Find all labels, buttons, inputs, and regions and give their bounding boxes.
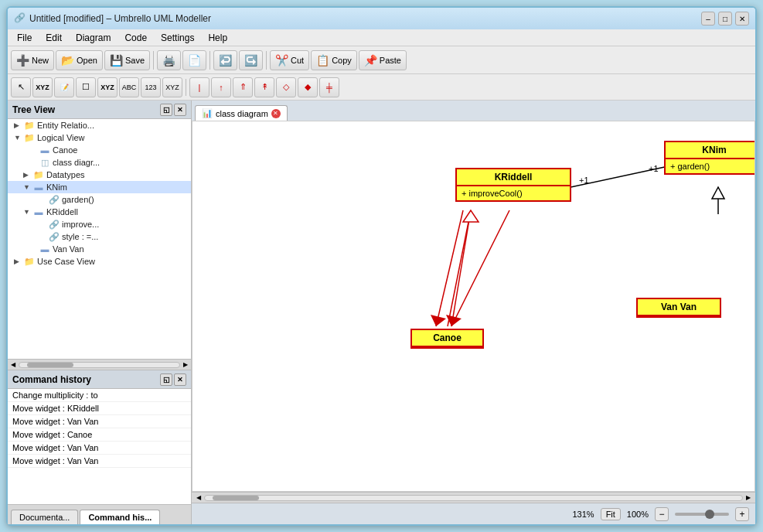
tab-documentation[interactable]: Documenta... [11, 510, 78, 524]
tree-view[interactable]: ▶ 📁 Entity Relatio... ▼ 📁 Logical View ▬… [8, 119, 191, 359]
text-tool-2[interactable]: 📝 [54, 77, 74, 97]
attr-icon: 🔗 [48, 231, 60, 242]
menu-code[interactable]: Code [118, 31, 153, 45]
save-button[interactable]: 💾 Save [104, 50, 150, 70]
scrollbar-thumb[interactable] [213, 496, 259, 500]
list-item[interactable]: 🔗 garden() [8, 193, 191, 206]
method-icon: 🔗 [48, 219, 60, 230]
folder-icon: 📁 [32, 169, 45, 180]
command-history-list[interactable]: Change multiplicity : to Move widget : K… [8, 389, 191, 504]
copy-button[interactable]: 📋 Copy [311, 50, 357, 70]
tree-node-label: class diagr... [53, 158, 100, 167]
new-button[interactable]: ➕ New [11, 50, 54, 70]
xyz-tool[interactable]: XYZ [162, 77, 182, 97]
cut-button[interactable]: ✂️ Cut [270, 50, 309, 70]
open-button[interactable]: 📂 Open [56, 50, 103, 70]
tree-h-scrollbar[interactable]: ◀ ▶ [8, 359, 191, 370]
text-tool-3[interactable]: XYZ [97, 77, 118, 97]
diamond2-tool[interactable]: ◆ [298, 77, 318, 97]
uml-class-title: Van Van [638, 299, 720, 316]
cmd-close-button[interactable]: ✕ [174, 373, 186, 386]
scroll-left-arrow[interactable]: ◀ [8, 360, 19, 370]
arrow-up3-tool[interactable]: ↟ [254, 77, 274, 97]
main-window: 🔗 Untitled [modified] – Umbrello UML Mod… [6, 6, 757, 526]
uml-class-title: Canoe [412, 330, 482, 347]
minimize-button[interactable]: – [701, 12, 715, 26]
diagram-tab-label: class diagram [216, 109, 268, 118]
menu-help[interactable]: Help [202, 31, 233, 45]
scrollbar-thumb[interactable] [27, 363, 73, 367]
list-item[interactable]: ▼ ▬ KNim [8, 181, 191, 193]
svg-text:+1: +1 [579, 176, 589, 185]
list-item[interactable]: ▶ 📁 Use Case View [8, 255, 191, 268]
menu-file[interactable]: File [11, 31, 38, 45]
scroll-right-arrow[interactable]: ▶ [743, 493, 754, 503]
diagram-close-button[interactable]: ✕ [271, 109, 281, 118]
list-item[interactable]: 🔗 style : =... [8, 230, 191, 243]
redo-button[interactable]: ↪️ [239, 50, 263, 70]
rect-tool[interactable]: ☐ [76, 77, 96, 97]
print-button[interactable]: 🖨️ [157, 50, 181, 70]
undo-button[interactable]: ↩️ [213, 50, 237, 70]
list-item[interactable]: ▶ 📁 Entity Relatio... [8, 119, 191, 131]
tree-node-label: Datatypes [46, 170, 85, 179]
zoom-thumb[interactable] [705, 510, 714, 519]
text-tool-1[interactable]: XYZ [32, 77, 53, 97]
uml-class-canoe[interactable]: Canoe [410, 329, 484, 349]
tree-node-label: KNim [46, 182, 67, 192]
list-item[interactable]: ▬ Van Van [8, 243, 191, 255]
left-panel: Tree View ◱ ✕ ▶ 📁 Entity Relatio... ▼ � [8, 101, 192, 524]
print2-button[interactable]: 📄 [182, 50, 206, 70]
fit-button[interactable]: Fit [601, 508, 621, 520]
tree-node-label: Entity Relatio... [37, 121, 94, 130]
tree-node-label: garden() [62, 195, 94, 204]
list-item[interactable]: ◫ class diagr... [8, 156, 191, 169]
menu-bar: File Edit Diagram Code Settings Help [8, 29, 755, 46]
bar-tool[interactable]: ╪ [319, 77, 339, 97]
scroll-right-arrow[interactable]: ▶ [180, 360, 191, 370]
svg-text:+1: +1 [649, 164, 659, 173]
diagram-tab-icon: 📊 [202, 108, 213, 118]
maximize-button[interactable]: □ [718, 12, 732, 26]
arrow-up2-tool[interactable]: ⇑ [233, 77, 253, 97]
toolbar-sep-3 [266, 51, 267, 70]
diagram-h-scrollbar[interactable]: ◀ ▶ [192, 492, 755, 503]
close-button[interactable]: ✕ [735, 12, 749, 26]
folder-icon: 📁 [23, 132, 36, 143]
uml-class-knim[interactable]: KNim + garden() [664, 141, 755, 175]
uml-class-body: + garden() [666, 159, 755, 173]
tab-command-history[interactable]: Command his... [80, 510, 160, 524]
window-title: Untitled [modified] – Umbrello UML Model… [29, 13, 211, 24]
diagram-canvas[interactable]: +1 +1 [192, 121, 755, 492]
zoom-in-button[interactable]: + [735, 507, 749, 521]
zoom-out-button[interactable]: − [655, 507, 669, 521]
num-tool[interactable]: 123 [141, 77, 161, 97]
svg-marker-4 [712, 187, 724, 199]
list-item[interactable]: ▶ 📁 Datatypes [8, 169, 191, 181]
tab-class-diagram[interactable]: 📊 class diagram ✕ [195, 105, 288, 121]
list-item[interactable]: ▼ 📁 Logical View [8, 131, 191, 144]
menu-settings[interactable]: Settings [155, 31, 200, 45]
scrollbar-track[interactable] [204, 495, 743, 501]
tree-float-button[interactable]: ◱ [160, 104, 172, 116]
select-tool[interactable]: ↖ [11, 77, 31, 97]
list-item[interactable]: 🔗 improve... [8, 218, 191, 230]
arrow-up-tool[interactable]: ↑ [211, 77, 231, 97]
zoom-slider[interactable] [675, 513, 729, 516]
text-tool-4[interactable]: ABC [119, 77, 139, 97]
menu-diagram[interactable]: Diagram [70, 31, 117, 45]
tool-row: ↖ XYZ 📝 ☐ XYZ ABC 123 XYZ | ↑ ⇑ ↟ ◇ ◆ ╪ [8, 74, 755, 101]
uml-class-kriddell[interactable]: KRiddell + improveCool() [455, 168, 571, 202]
menu-edit[interactable]: Edit [39, 31, 68, 45]
diamond-tool[interactable]: ◇ [276, 77, 296, 97]
scroll-left-arrow[interactable]: ◀ [193, 493, 204, 503]
cmd-float-button[interactable]: ◱ [160, 373, 172, 386]
list-item[interactable]: ▬ Canoe [8, 144, 191, 156]
list-item[interactable]: ▼ ▬ KRiddell [8, 206, 191, 218]
line-tool-1[interactable]: | [189, 77, 209, 97]
uml-class-vanvan[interactable]: Van Van [636, 298, 721, 318]
tree-close-button[interactable]: ✕ [174, 104, 186, 116]
tree-view-title: Tree View [12, 104, 55, 115]
paste-button[interactable]: 📌 Paste [359, 50, 407, 70]
scrollbar-track[interactable] [19, 362, 180, 368]
